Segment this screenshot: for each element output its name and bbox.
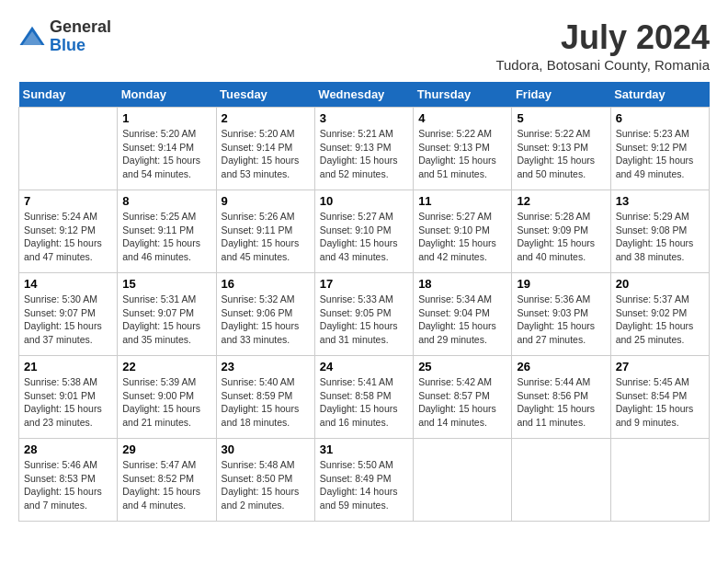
day-info: Sunrise: 5:40 AM Sunset: 8:59 PM Dayligh… bbox=[222, 375, 310, 430]
calendar-cell bbox=[610, 439, 709, 522]
calendar-cell: 19Sunrise: 5:36 AM Sunset: 9:03 PM Dayli… bbox=[512, 273, 610, 356]
day-info: Sunrise: 5:38 AM Sunset: 9:01 PM Dayligh… bbox=[24, 375, 112, 430]
day-number: 4 bbox=[418, 111, 506, 125]
calendar-cell: 16Sunrise: 5:32 AM Sunset: 9:06 PM Dayli… bbox=[216, 273, 314, 356]
day-number: 25 bbox=[418, 360, 506, 373]
column-header-thursday: Thursday bbox=[414, 82, 512, 108]
day-info: Sunrise: 5:20 AM Sunset: 9:14 PM Dayligh… bbox=[222, 127, 310, 181]
column-header-sunday: Sunday bbox=[19, 82, 118, 108]
day-number: 18 bbox=[418, 277, 506, 291]
day-number: 3 bbox=[320, 111, 408, 125]
day-info: Sunrise: 5:46 AM Sunset: 8:53 PM Dayligh… bbox=[24, 458, 112, 512]
calendar-cell bbox=[414, 439, 512, 522]
calendar-cell: 8Sunrise: 5:25 AM Sunset: 9:11 PM Daylig… bbox=[118, 190, 216, 273]
calendar-cell: 14Sunrise: 5:30 AM Sunset: 9:07 PM Dayli… bbox=[19, 273, 118, 356]
day-number: 30 bbox=[222, 442, 310, 456]
day-number: 12 bbox=[517, 194, 605, 208]
day-number: 13 bbox=[616, 194, 704, 208]
day-number: 22 bbox=[122, 360, 210, 373]
day-number: 19 bbox=[517, 277, 605, 291]
day-info: Sunrise: 5:48 AM Sunset: 8:50 PM Dayligh… bbox=[222, 458, 310, 512]
day-info: Sunrise: 5:47 AM Sunset: 8:52 PM Dayligh… bbox=[122, 458, 210, 512]
day-info: Sunrise: 5:31 AM Sunset: 9:07 PM Dayligh… bbox=[122, 293, 210, 347]
calendar-cell bbox=[19, 108, 118, 190]
day-info: Sunrise: 5:26 AM Sunset: 9:11 PM Dayligh… bbox=[222, 210, 310, 264]
day-info: Sunrise: 5:20 AM Sunset: 9:14 PM Dayligh… bbox=[122, 127, 210, 181]
day-info: Sunrise: 5:23 AM Sunset: 9:12 PM Dayligh… bbox=[616, 127, 704, 181]
day-info: Sunrise: 5:30 AM Sunset: 9:07 PM Dayligh… bbox=[24, 293, 112, 347]
calendar-cell: 25Sunrise: 5:42 AM Sunset: 8:57 PM Dayli… bbox=[414, 356, 512, 439]
day-number: 16 bbox=[222, 277, 310, 291]
calendar-cell: 2Sunrise: 5:20 AM Sunset: 9:14 PM Daylig… bbox=[216, 108, 314, 190]
calendar-cell: 17Sunrise: 5:33 AM Sunset: 9:05 PM Dayli… bbox=[314, 273, 413, 356]
calendar-cell: 31Sunrise: 5:50 AM Sunset: 8:49 PM Dayli… bbox=[314, 439, 413, 522]
day-number: 14 bbox=[24, 277, 112, 291]
day-info: Sunrise: 5:27 AM Sunset: 9:10 PM Dayligh… bbox=[418, 210, 506, 264]
day-number: 29 bbox=[122, 442, 210, 456]
day-number: 28 bbox=[24, 442, 112, 456]
day-number: 10 bbox=[320, 194, 408, 208]
day-info: Sunrise: 5:36 AM Sunset: 9:03 PM Dayligh… bbox=[517, 293, 605, 347]
day-number: 26 bbox=[517, 360, 605, 373]
day-number: 23 bbox=[222, 360, 310, 373]
day-info: Sunrise: 5:33 AM Sunset: 9:05 PM Dayligh… bbox=[320, 293, 408, 347]
day-info: Sunrise: 5:37 AM Sunset: 9:02 PM Dayligh… bbox=[616, 293, 704, 347]
calendar-cell: 24Sunrise: 5:41 AM Sunset: 8:58 PM Dayli… bbox=[314, 356, 413, 439]
week-row-1: 1Sunrise: 5:20 AM Sunset: 9:14 PM Daylig… bbox=[19, 108, 710, 190]
logo-text: General Blue bbox=[50, 18, 111, 55]
day-number: 8 bbox=[122, 194, 210, 208]
calendar-cell: 21Sunrise: 5:38 AM Sunset: 9:01 PM Dayli… bbox=[19, 356, 118, 439]
day-info: Sunrise: 5:41 AM Sunset: 8:58 PM Dayligh… bbox=[320, 375, 408, 430]
day-info: Sunrise: 5:44 AM Sunset: 8:56 PM Dayligh… bbox=[517, 375, 605, 430]
day-info: Sunrise: 5:21 AM Sunset: 9:13 PM Dayligh… bbox=[320, 127, 408, 181]
page-header: General Blue July 2024 Tudora, Botosani … bbox=[18, 18, 710, 73]
day-info: Sunrise: 5:22 AM Sunset: 9:13 PM Dayligh… bbox=[517, 127, 605, 181]
day-info: Sunrise: 5:29 AM Sunset: 9:08 PM Dayligh… bbox=[616, 210, 704, 264]
location: Tudora, Botosani County, Romania bbox=[495, 57, 710, 73]
day-number: 9 bbox=[222, 194, 310, 208]
day-info: Sunrise: 5:22 AM Sunset: 9:13 PM Dayligh… bbox=[418, 127, 506, 181]
day-info: Sunrise: 5:39 AM Sunset: 9:00 PM Dayligh… bbox=[122, 375, 210, 430]
calendar-cell: 7Sunrise: 5:24 AM Sunset: 9:12 PM Daylig… bbox=[19, 190, 118, 273]
header-row: SundayMondayTuesdayWednesdayThursdayFrid… bbox=[19, 82, 710, 108]
column-header-wednesday: Wednesday bbox=[314, 82, 413, 108]
day-info: Sunrise: 5:50 AM Sunset: 8:49 PM Dayligh… bbox=[320, 458, 408, 512]
calendar-cell: 12Sunrise: 5:28 AM Sunset: 9:09 PM Dayli… bbox=[512, 190, 610, 273]
day-number: 11 bbox=[418, 194, 506, 208]
day-info: Sunrise: 5:42 AM Sunset: 8:57 PM Dayligh… bbox=[418, 375, 506, 430]
calendar-cell: 30Sunrise: 5:48 AM Sunset: 8:50 PM Dayli… bbox=[216, 439, 314, 522]
calendar-cell: 11Sunrise: 5:27 AM Sunset: 9:10 PM Dayli… bbox=[414, 190, 512, 273]
title-section: July 2024 Tudora, Botosani County, Roman… bbox=[495, 18, 710, 73]
calendar-cell: 9Sunrise: 5:26 AM Sunset: 9:11 PM Daylig… bbox=[216, 190, 314, 273]
day-number: 5 bbox=[517, 111, 605, 125]
day-info: Sunrise: 5:27 AM Sunset: 9:10 PM Dayligh… bbox=[320, 210, 408, 264]
day-info: Sunrise: 5:45 AM Sunset: 8:54 PM Dayligh… bbox=[616, 375, 704, 430]
calendar-cell: 18Sunrise: 5:34 AM Sunset: 9:04 PM Dayli… bbox=[414, 273, 512, 356]
calendar-cell: 3Sunrise: 5:21 AM Sunset: 9:13 PM Daylig… bbox=[314, 108, 413, 190]
logo-icon bbox=[18, 23, 46, 51]
day-number: 7 bbox=[24, 194, 112, 208]
calendar-table: SundayMondayTuesdayWednesdayThursdayFrid… bbox=[18, 82, 710, 522]
calendar-cell: 4Sunrise: 5:22 AM Sunset: 9:13 PM Daylig… bbox=[414, 108, 512, 190]
week-row-4: 21Sunrise: 5:38 AM Sunset: 9:01 PM Dayli… bbox=[19, 356, 710, 439]
calendar-cell: 27Sunrise: 5:45 AM Sunset: 8:54 PM Dayli… bbox=[610, 356, 709, 439]
column-header-friday: Friday bbox=[512, 82, 610, 108]
day-number: 31 bbox=[320, 442, 408, 456]
calendar-cell: 6Sunrise: 5:23 AM Sunset: 9:12 PM Daylig… bbox=[610, 108, 709, 190]
week-row-5: 28Sunrise: 5:46 AM Sunset: 8:53 PM Dayli… bbox=[19, 439, 710, 522]
column-header-monday: Monday bbox=[118, 82, 216, 108]
column-header-saturday: Saturday bbox=[610, 82, 709, 108]
calendar-cell: 28Sunrise: 5:46 AM Sunset: 8:53 PM Dayli… bbox=[19, 439, 118, 522]
logo: General Blue bbox=[18, 18, 111, 55]
calendar-cell: 23Sunrise: 5:40 AM Sunset: 8:59 PM Dayli… bbox=[216, 356, 314, 439]
calendar-cell: 29Sunrise: 5:47 AM Sunset: 8:52 PM Dayli… bbox=[118, 439, 216, 522]
day-info: Sunrise: 5:28 AM Sunset: 9:09 PM Dayligh… bbox=[517, 210, 605, 264]
week-row-3: 14Sunrise: 5:30 AM Sunset: 9:07 PM Dayli… bbox=[19, 273, 710, 356]
day-info: Sunrise: 5:34 AM Sunset: 9:04 PM Dayligh… bbox=[418, 293, 506, 347]
day-number: 17 bbox=[320, 277, 408, 291]
logo-blue: Blue bbox=[50, 37, 111, 55]
calendar-cell: 10Sunrise: 5:27 AM Sunset: 9:10 PM Dayli… bbox=[314, 190, 413, 273]
day-number: 27 bbox=[616, 360, 704, 373]
calendar-cell: 15Sunrise: 5:31 AM Sunset: 9:07 PM Dayli… bbox=[118, 273, 216, 356]
day-number: 20 bbox=[616, 277, 704, 291]
